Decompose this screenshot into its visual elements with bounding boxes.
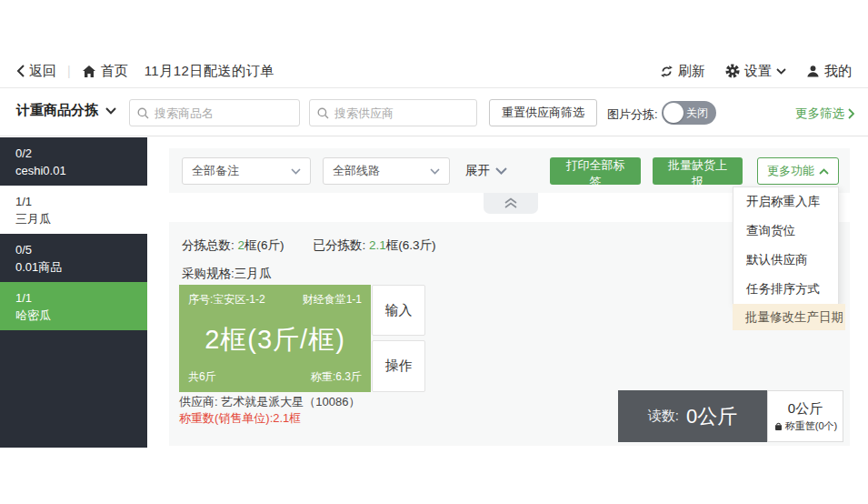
route-filter-select[interactable]: 全部线路 [323, 157, 450, 185]
task-sidebar: 0/2 ceshi0.01 1/1 三月瓜 0/5 0.01商品 1/1 哈密瓜 [0, 137, 147, 448]
sort-mode-label: 计重商品分拣 [16, 102, 98, 119]
total-label: 分拣总数: [182, 238, 234, 252]
reading-value: 0公斤 [686, 403, 737, 430]
item-count: 1/1 [15, 289, 147, 307]
search-icon [137, 107, 149, 119]
more-functions-button[interactable]: 更多功能 [757, 157, 839, 185]
menu-item-weigh-inbound[interactable]: 开启称重入库 [733, 187, 838, 217]
app-window: 返回 | 首页 11月12日配送的订单 [0, 0, 868, 504]
refresh-label: 刷新 [678, 63, 705, 80]
item-name: ceshi0.01 [15, 162, 147, 179]
sorted-suffix: 框(6.3斤) [386, 238, 436, 252]
remark-filter-select[interactable]: 全部备注 [182, 157, 311, 185]
page-title: 11月12日配送的订单 [145, 63, 274, 80]
item-name: 三月瓜 [15, 210, 147, 227]
refresh-icon [660, 65, 673, 78]
sorting-task-card[interactable]: 序号:宝安区-1-2 财经食堂1-1 2框(3斤/框) 共6斤 称重:6.3斤 [179, 285, 371, 392]
double-chevron-up-icon [504, 197, 518, 209]
image-sort-toggle[interactable]: 关闭 [662, 101, 716, 125]
back-button[interactable]: 返回 [16, 63, 56, 80]
image-sort-label: 图片分拣: [607, 106, 658, 123]
weigh-basket-panel[interactable]: 0公斤 称重筐(0个) [767, 390, 843, 442]
basket-row: 称重筐(0个) [773, 419, 837, 433]
item-name: 0.01商品 [15, 258, 147, 276]
total-stat: 分拣总数: 2框(6斤) [182, 237, 284, 254]
sorting-stats: 分拣总数: 2框(6斤) 已分拣数: 2.1框(6.3斤) [182, 237, 436, 254]
settings-button[interactable]: 设置 [725, 63, 786, 80]
home-icon [82, 65, 96, 78]
filter-bar: 计重商品分拣 重置供应商筛选 图片分拣: 关闭 更多筛选 [0, 89, 868, 136]
expand-toggle[interactable]: 展开 [465, 163, 507, 179]
purchase-spec: 采购规格:三月瓜 [182, 266, 271, 282]
card-bottom-row: 共6斤 称重:6.3斤 [188, 369, 362, 385]
card-destination: 财经食堂1-1 [303, 292, 362, 307]
divider: | [67, 64, 71, 78]
reading-label: 读数: [648, 408, 679, 425]
home-label: 首页 [101, 63, 128, 80]
sorted-value: 2.1 [369, 238, 386, 252]
menu-item-batch-modify-date[interactable]: 批量修改生产日期 [733, 304, 845, 330]
top-bar-left: 返回 | 首页 11月12日配送的订单 [16, 63, 274, 80]
menu-item-query-slot[interactable]: 查询货位 [733, 217, 838, 246]
action-button[interactable]: 操作 [372, 340, 425, 392]
gear-icon [725, 64, 740, 78]
card-serial: 序号:宝安区-1-2 [188, 292, 265, 307]
sidebar-item-ceshi[interactable]: 0/2 ceshi0.01 [0, 137, 147, 186]
product-search-box [129, 99, 300, 126]
item-count: 1/1 [15, 193, 147, 210]
settings-label: 设置 [744, 63, 772, 80]
more-filters-label: 更多筛选 [795, 106, 844, 122]
print-all-labels-button[interactable]: 打印全部标签 [550, 157, 641, 185]
supplier-search-input[interactable] [334, 106, 462, 120]
sorted-stat: 已分拣数: 2.1框(6.3斤) [314, 237, 436, 254]
sidebar-item-001shangpin[interactable]: 0/5 0.01商品 [0, 234, 147, 282]
sidebar-item-sanyuegua[interactable]: 1/1 三月瓜 [0, 186, 147, 234]
collapse-toolbar-tab[interactable] [484, 193, 538, 214]
menu-item-task-sort[interactable]: 任务排序方式 [733, 275, 838, 304]
back-label: 返回 [29, 63, 56, 80]
route-filter-value: 全部线路 [333, 163, 380, 179]
menu-item-default-supplier[interactable]: 默认供应商 [733, 246, 838, 275]
total-value: 2 [238, 238, 245, 252]
remark-filter-value: 全部备注 [192, 163, 239, 179]
sort-mode-selector[interactable]: 计重商品分拣 [16, 102, 116, 119]
sorted-label: 已分拣数: [314, 238, 366, 252]
chevron-up-icon [819, 168, 829, 175]
card-top-row: 序号:宝安区-1-2 财经食堂1-1 [188, 292, 362, 307]
chevron-down-icon [291, 168, 301, 175]
basket-icon [773, 421, 783, 431]
more-functions-label: 更多功能 [767, 163, 814, 179]
batch-shortage-report-button[interactable]: 批量缺货上报 [653, 157, 743, 185]
person-icon [806, 65, 820, 78]
top-bar: 返回 | 首页 11月12日配送的订单 [0, 55, 868, 88]
home-button[interactable]: 首页 [82, 63, 128, 80]
reset-supplier-filter-button[interactable]: 重置供应商筛选 [489, 99, 597, 126]
expand-label: 展开 [465, 163, 490, 179]
back-chevron-icon [16, 65, 25, 77]
weigh-count-info: 称重数(销售单位):2.1框 [179, 410, 301, 427]
chevron-down-icon [495, 167, 507, 175]
card-total-weight: 共6斤 [188, 369, 216, 385]
refresh-button[interactable]: 刷新 [660, 63, 705, 80]
item-name: 哈密瓜 [15, 307, 147, 324]
input-button[interactable]: 输入 [372, 285, 425, 336]
more-filters-link[interactable]: 更多筛选 [795, 106, 854, 122]
more-functions-menu: 开启称重入库 查询货位 默认供应商 任务排序方式 [733, 186, 839, 305]
card-weighed: 称重:6.3斤 [311, 369, 362, 385]
toggle-state-label: 关闭 [686, 106, 708, 119]
scale-reading-panel: 读数: 0公斤 [618, 390, 767, 442]
chevron-right-icon [848, 108, 854, 119]
item-count: 0/5 [15, 241, 147, 258]
supplier-search-box [309, 99, 477, 126]
top-bar-right: 刷新 设置 [660, 63, 852, 80]
supplier-info: 供应商: 艺术就是派大星（10086） [179, 394, 360, 410]
sidebar-item-hamigua[interactable]: 1/1 哈密瓜 [0, 282, 147, 330]
basket-weight: 0公斤 [788, 400, 823, 418]
chevron-down-icon [430, 168, 440, 175]
card-quantity: 2框(3斤/框) [188, 322, 362, 358]
product-search-input[interactable] [155, 106, 282, 120]
my-account-label: 我的 [824, 63, 852, 80]
my-account-button[interactable]: 我的 [806, 63, 852, 80]
toggle-knob [663, 103, 683, 123]
chevron-down-icon [105, 107, 116, 115]
